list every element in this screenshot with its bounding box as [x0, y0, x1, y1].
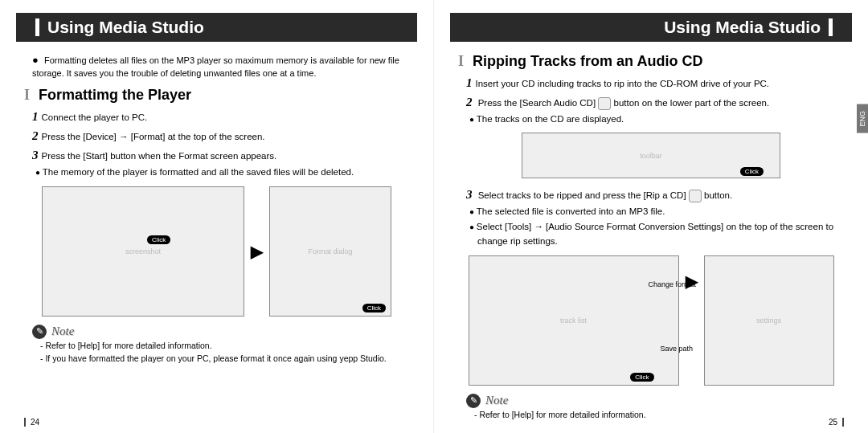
note-icon: ✎: [32, 325, 47, 339]
screenshot-ripping-tool: track list Click: [469, 255, 679, 386]
screenshot-format-dialog: Format dialog Click: [269, 186, 391, 317]
click-badge-r2: Click: [630, 373, 653, 382]
intro-text: Formatting deletes all files on the MP3 …: [32, 55, 399, 78]
step-r2-sub: The tracks on the CD are displayed.: [466, 112, 836, 126]
note-row-right: ✎ Note: [434, 390, 868, 408]
step-3: 3Press the [Start] button when the Forma…: [32, 145, 401, 165]
header-tick-r: [829, 18, 833, 36]
figure-row-r2: track list Click ▶ settings Change forma…: [458, 255, 844, 386]
arrow-icon: ▶: [251, 242, 263, 261]
section-marker: I: [24, 87, 30, 103]
page-24: Using Media Studio ● Formatting deletes …: [0, 0, 434, 433]
note-icon-r: ✎: [466, 394, 481, 408]
page-header-right: Using Media Studio: [450, 13, 852, 42]
page-header-left: Using Media Studio: [16, 13, 417, 42]
section-title-text-r: Ripping Tracks from an Audio CD: [473, 53, 702, 69]
page-number-left: 24: [24, 418, 39, 427]
steps-right-2: 3 Select tracks to be ripped and press t…: [434, 183, 868, 250]
note-1-left: Refer to [Help] for more detailed inform…: [0, 339, 433, 352]
screenshot-rip-settings: settings Change format Save path: [704, 255, 834, 386]
intro-paragraph: ● Formatting deletes all files on the MP…: [0, 48, 433, 82]
language-tab: ENG: [857, 104, 868, 133]
step-r3-sub2: Select [Tools] → [Audio Source Format Co…: [466, 219, 836, 249]
figure-row-r1: toolbar Click: [458, 133, 844, 178]
caption-change-format: Change format: [649, 280, 697, 288]
step-3-sub: The memory of the player is formatted an…: [32, 165, 401, 179]
rip-cd-icon: [689, 190, 702, 202]
figure-row-left: screenshot Click ▶ Format dialog Click: [24, 186, 409, 317]
click-badge-r1: Click: [740, 167, 764, 176]
header-tick: [35, 18, 39, 36]
page-25: Using Media Studio ENG I Ripping Tracks …: [434, 0, 868, 433]
note-label-left: Note: [51, 325, 74, 338]
section-title-formatting: I Formattimg the Player: [0, 82, 433, 105]
step-2: 2Press the [Device] → [Format] at the to…: [32, 126, 401, 145]
note-row-left: ✎ Note: [0, 321, 433, 339]
section-title-text: Formattimg the Player: [39, 87, 191, 103]
step-1: 1Connect the player to PC.: [32, 107, 401, 126]
click-badge-2: Click: [362, 304, 386, 312]
note-1-right: Refer to [Help] for more detailed inform…: [434, 408, 868, 421]
steps-left: 1Connect the player to PC. 2Press the [D…: [0, 105, 433, 181]
step-r2: 2 Press the [Search Audio CD] button on …: [466, 92, 836, 112]
note-2-left: If you have formatted the player on your…: [0, 352, 433, 365]
steps-right: 1Insert your CD including tracks to rip …: [434, 71, 868, 128]
screenshot-search-cd: toolbar Click: [522, 133, 780, 178]
screenshot-media-studio: screenshot Click: [42, 186, 244, 317]
manual-spread: Using Media Studio ● Formatting deletes …: [0, 0, 868, 433]
page-number-right: 25: [829, 418, 844, 427]
step-r3-sub1: The selected file is converted into an M…: [466, 204, 836, 219]
bullet-icon: ●: [32, 54, 39, 66]
caption-save-path: Save path: [661, 345, 694, 353]
search-cd-icon: [598, 97, 611, 110]
click-badge-1: Click: [147, 235, 170, 244]
header-title-left: Using Media Studio: [47, 18, 204, 37]
step-r3: 3 Select tracks to be ripped and press t…: [466, 185, 836, 204]
header-title-right: Using Media Studio: [664, 18, 821, 37]
section-marker-r: I: [458, 53, 464, 69]
note-label-right: Note: [485, 394, 508, 407]
section-title-ripping: I Ripping Tracks from an Audio CD: [434, 48, 868, 71]
step-r1: 1Insert your CD including tracks to rip …: [466, 73, 836, 92]
